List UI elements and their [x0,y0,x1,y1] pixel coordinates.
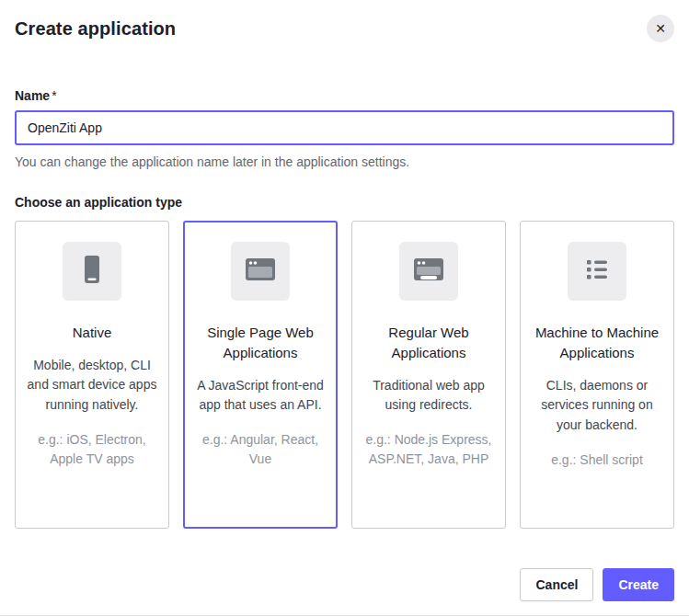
card-title: Native [73,323,112,343]
card-description: A JavaScript front-end app that uses an … [194,376,327,416]
card-example: e.g.: Node.js Express, ASP.NET, Java, PH… [362,430,495,469]
application-type-label: Choose an application type [15,195,674,210]
card-description: CLIs, daemons or services running on you… [531,376,663,436]
create-application-dialog: Create application ✕ Name* You can chang… [0,0,689,615]
icon-tile [231,242,290,301]
icon-tile [399,242,458,301]
dialog-header: Create application ✕ [15,15,674,42]
application-type-cards: Native Mobile, desktop, CLI and smart de… [15,221,674,529]
smartphone-icon [74,251,110,291]
card-regular-web[interactable]: Regular Web Applications Traditional web… [351,221,506,529]
card-example: e.g.: Shell script [551,451,643,470]
application-name-input[interactable] [15,110,674,145]
card-example: e.g.: Angular, React, Vue [194,430,327,469]
icon-tile [568,242,626,301]
create-button[interactable]: Create [603,568,674,601]
close-button[interactable]: ✕ [647,15,674,42]
dialog-title: Create application [15,15,176,40]
icon-tile [63,242,121,301]
card-example: e.g.: iOS, Electron, Apple TV apps [26,430,158,469]
browser-window-icon [242,251,279,291]
list-icon [579,251,615,291]
cancel-button[interactable]: Cancel [520,568,593,601]
card-title: Regular Web Applications [362,323,495,363]
card-description: Traditional web app using redirects. [362,376,495,416]
card-native[interactable]: Native Mobile, desktop, CLI and smart de… [15,221,169,529]
card-machine-to-machine[interactable]: Machine to Machine Applications CLIs, da… [520,221,674,529]
dialog-footer: Cancel Create [520,568,674,601]
required-marker: * [52,88,56,103]
card-description: Mobile, desktop, CLI and smart device ap… [26,356,158,416]
name-helper-text: You can change the application name late… [15,154,674,169]
server-window-icon [410,251,447,291]
card-single-page-web[interactable]: Single Page Web Applications A JavaScrip… [183,221,338,529]
close-icon: ✕ [655,22,666,35]
card-title: Machine to Machine Applications [531,323,663,363]
name-label: Name* [15,88,674,103]
card-title: Single Page Web Applications [194,323,327,363]
